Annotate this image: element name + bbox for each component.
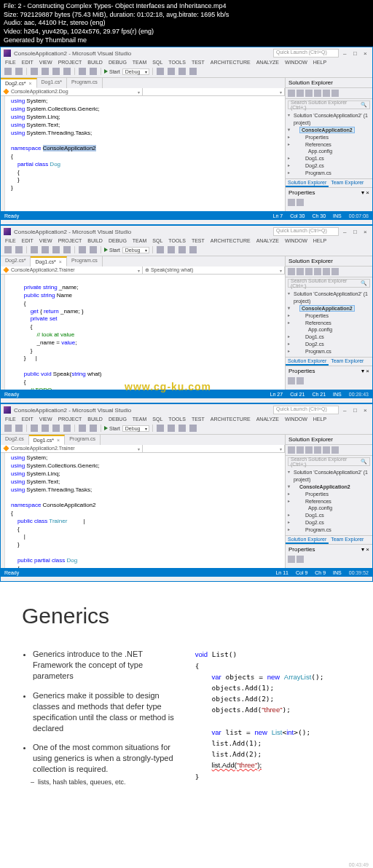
vs-logo-icon xyxy=(4,50,11,57)
save-icon[interactable] xyxy=(52,68,60,75)
toolbar[interactable]: Start Debug xyxy=(1,422,372,435)
slide-title: Generics xyxy=(22,604,355,628)
solution-explorer-pane[interactable]: Solution Explorer Search Solution Explor… xyxy=(285,435,372,568)
vs-window-2: ConsoleApplication2 - Microsoft Visual S… xyxy=(0,225,373,403)
sync-icon[interactable] xyxy=(314,90,321,97)
menubar[interactable]: FILEEDITVIEWPROJECTBUILDDEBUGTEAMSQLTOOL… xyxy=(1,237,372,244)
slide-code: void List() { var objects = new ArrayLis… xyxy=(195,649,355,795)
vs-logo-icon xyxy=(4,228,11,235)
maximize-icon[interactable]: □ xyxy=(353,229,359,234)
slide-timestamp: 00:43:49 xyxy=(349,862,369,867)
editor-tabs[interactable]: Dog2.cs*× Dog1.cs* Program.cs xyxy=(1,78,285,88)
nav-type-combo[interactable]: 🔶 ConsoleApplication2.Dog xyxy=(1,88,143,95)
quick-launch-input[interactable]: Quick Launch (Ctrl+Q) xyxy=(273,49,339,58)
vs-logo-icon xyxy=(4,406,11,414)
tab-dog1[interactable]: Dog1.cs* xyxy=(37,78,67,88)
forward-icon[interactable] xyxy=(15,68,23,75)
solution-explorer-pane[interactable]: Solution Explorer Search Solution Explor… xyxy=(285,78,372,211)
misc-icon[interactable] xyxy=(157,68,164,75)
tab-program[interactable]: Program.cs xyxy=(67,78,103,88)
quick-launch-input[interactable]: Quick Launch (Ctrl+Q) xyxy=(273,227,339,236)
misc-icon[interactable] xyxy=(168,68,175,75)
minimize-icon[interactable]: – xyxy=(343,50,349,56)
open-icon[interactable] xyxy=(42,68,49,75)
redo-icon[interactable] xyxy=(90,68,97,75)
watermark: www.cg-ku.com xyxy=(125,381,211,392)
showall-icon[interactable] xyxy=(331,90,339,97)
code-editor[interactable]: using System; using System.Collections.G… xyxy=(1,96,285,211)
home-icon[interactable] xyxy=(288,90,295,97)
close-icon[interactable]: × xyxy=(364,407,369,413)
maximize-icon[interactable]: □ xyxy=(353,50,359,56)
code-editor[interactable]: private string _name; public string Name… xyxy=(1,275,285,390)
cat-icon[interactable] xyxy=(288,199,295,206)
close-icon[interactable]: × xyxy=(364,229,369,234)
menubar[interactable]: FILEEDITVIEWPROJECTBUILDDEBUGTEAMSQLTOOL… xyxy=(1,59,372,66)
undo-icon[interactable] xyxy=(79,68,86,75)
editor-tabs[interactable]: Dog2.cs Dog1.cs*× Program.cs xyxy=(1,435,285,445)
new-icon[interactable] xyxy=(31,68,38,75)
minimize-icon[interactable]: – xyxy=(343,229,349,234)
minimize-icon[interactable]: – xyxy=(343,407,349,413)
titlebar[interactable]: ConsoleApplication2 - Microsoft Visual S… xyxy=(1,47,372,59)
se-search-input[interactable]: Search Solution Explorer (Ctrl+;)🔍 xyxy=(288,100,370,109)
az-icon[interactable] xyxy=(297,199,304,206)
back-icon[interactable] xyxy=(4,68,12,75)
start-button[interactable]: Start xyxy=(104,67,120,76)
saveall-icon[interactable] xyxy=(63,68,71,75)
navigation-bar[interactable]: 🔶 ConsoleApplication2.Trainer ⊕ Speak(st… xyxy=(1,267,285,275)
config-combo[interactable]: Debug xyxy=(122,68,150,75)
quick-launch-input[interactable]: Quick Launch (Ctrl+Q) xyxy=(273,406,339,414)
titlebar[interactable]: ConsoleApplication2 - Microsoft Visual S… xyxy=(1,226,372,237)
misc-icon[interactable] xyxy=(178,68,186,75)
navigation-bar[interactable]: 🔶 ConsoleApplication2.Trainer xyxy=(1,445,285,453)
navigation-bar[interactable]: 🔶 ConsoleApplication2.Dog xyxy=(1,88,285,96)
tab-close-icon[interactable]: × xyxy=(28,81,31,86)
solution-explorer-pane[interactable]: Solution Explorer Search Solution Explor… xyxy=(285,256,372,390)
editor-tabs[interactable]: Dog2.cs* Dog1.cs*× Program.cs xyxy=(1,256,285,267)
tab-dog2[interactable]: Dog2.cs*× xyxy=(1,78,37,88)
window-title: ConsoleApplication2 - Microsoft Visual S… xyxy=(14,50,273,57)
misc-icon[interactable] xyxy=(189,68,197,75)
refresh-icon[interactable] xyxy=(297,90,304,97)
file-metadata: File: 2 - Constructing Complex Types- Ob… xyxy=(0,0,373,47)
titlebar[interactable]: ConsoleApplication2 - Microsoft Visual S… xyxy=(1,404,372,416)
properties-pane[interactable]: Properties▾ × xyxy=(286,187,372,226)
nav-member-combo[interactable] xyxy=(143,88,285,95)
se-toolbar[interactable] xyxy=(286,88,372,99)
close-icon[interactable]: × xyxy=(364,50,369,56)
solution-tree[interactable]: Solution 'ConsoleApplication2' (1 projec… xyxy=(286,111,372,178)
se-title: Solution Explorer xyxy=(288,79,333,86)
properties-icon[interactable] xyxy=(323,90,330,97)
maximize-icon[interactable]: □ xyxy=(353,407,359,413)
code-editor[interactable]: using System; using System.Collections.G… xyxy=(1,453,285,568)
vs-window-1: ConsoleApplication2 - Microsoft Visual S… xyxy=(0,47,373,225)
slide-generics: Generics Generics introduce to the .NET … xyxy=(0,582,373,868)
menubar[interactable]: FILEEDITVIEWPROJECTBUILDDEBUGTEAMSQLTOOL… xyxy=(1,416,372,422)
vs-window-3: ConsoleApplication2 - Microsoft Visual S… xyxy=(0,403,373,582)
toolbar[interactable]: Start Debug xyxy=(1,66,372,78)
search-icon[interactable]: 🔍 xyxy=(361,102,367,108)
slide-bullets: Generics introduce to the .NET Framework… xyxy=(22,649,181,795)
toolbar[interactable]: Start Debug xyxy=(1,244,372,256)
collapse-icon[interactable] xyxy=(305,90,313,97)
